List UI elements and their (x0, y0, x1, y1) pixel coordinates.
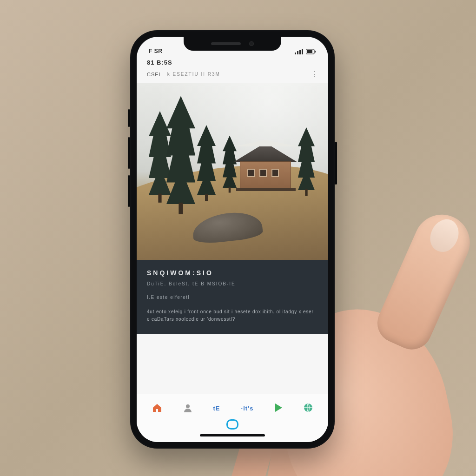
article-title: SNQIWOM:SIO (147, 269, 318, 277)
play-icon (274, 403, 283, 414)
nav-explore[interactable] (304, 403, 313, 414)
cabin-illustration (231, 148, 300, 190)
hero-image[interactable] (137, 83, 328, 260)
power-button[interactable] (335, 142, 337, 185)
page-header: 81 B:5S CSEI k ESEZTIU II R3M ⋮ (137, 55, 328, 83)
nav-play[interactable] (274, 403, 283, 414)
article-meta: I.E este elferetl (147, 295, 318, 300)
header-time: 81 B:5S (147, 59, 318, 66)
user-icon (183, 403, 192, 414)
svg-rect-1 (297, 51, 298, 54)
home-indicator[interactable] (200, 434, 265, 436)
home-icon (152, 403, 162, 414)
battery-icon (306, 49, 316, 54)
article-subtitle: DuTiE. BoleSt. tE B MSIOB-IE (147, 281, 318, 286)
more-icon[interactable]: ⋮ (311, 70, 318, 79)
article-body: 4ut eoto xeleig i front once bud sit i h… (147, 308, 318, 323)
nav-message-button[interactable] (226, 419, 238, 430)
svg-rect-5 (307, 50, 312, 53)
front-camera (249, 41, 254, 46)
nav-profile[interactable] (183, 403, 192, 414)
status-right (295, 49, 316, 54)
svg-point-7 (186, 404, 190, 408)
volume-up-button[interactable] (128, 137, 130, 169)
nav-stats[interactable]: ·it's (241, 405, 254, 411)
header-label: CSEI (147, 72, 161, 77)
article-panel: SNQIWOM:SIO DuTiE. BoleSt. tE B MSIOB-IE… (137, 260, 328, 334)
signal-icon (295, 49, 303, 54)
volume-down-button[interactable] (128, 175, 130, 207)
screen: F SR 81 B:5S CSEI k ESEZTIU II R (137, 37, 328, 442)
header-subtitle: k ESEZTIU II R3M (167, 72, 220, 77)
mute-switch[interactable] (128, 109, 130, 127)
status-left: F SR (149, 48, 162, 54)
svg-rect-6 (315, 51, 316, 53)
nav-feed[interactable]: tE (213, 405, 220, 411)
globe-icon (304, 403, 313, 414)
notch (184, 37, 281, 51)
svg-rect-3 (302, 49, 303, 54)
feed-icon: tE (213, 405, 220, 411)
nav-home[interactable] (152, 403, 162, 414)
bottom-nav: tE ·it's (137, 394, 328, 442)
svg-rect-2 (299, 50, 301, 54)
speaker-grille (211, 42, 241, 45)
svg-rect-0 (295, 53, 296, 54)
phone-frame: F SR 81 B:5S CSEI k ESEZTIU II R (130, 30, 335, 449)
stats-icon: ·it's (241, 405, 254, 411)
